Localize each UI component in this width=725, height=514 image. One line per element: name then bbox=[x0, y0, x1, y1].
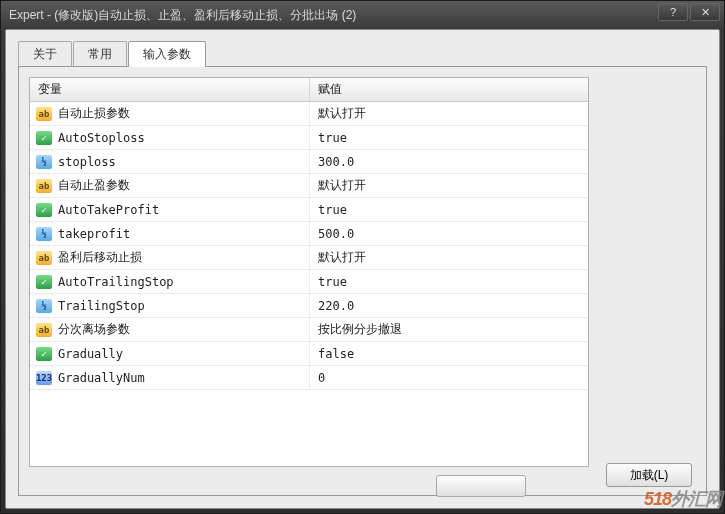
value-cell[interactable]: true bbox=[310, 203, 588, 217]
watermark: 518外汇网 bbox=[644, 487, 722, 511]
tab-strip: 关于 常用 输入参数 bbox=[18, 42, 707, 66]
variable-cell[interactable]: ½TrailingStop bbox=[30, 294, 310, 317]
tab-inputs[interactable]: 输入参数 bbox=[128, 41, 206, 67]
number-type-icon: ½ bbox=[36, 299, 52, 313]
grid-header-value[interactable]: 赋值 bbox=[310, 78, 588, 101]
value-cell[interactable]: 500.0 bbox=[310, 227, 588, 241]
variable-name: 自动止盈参数 bbox=[58, 177, 130, 194]
value-cell[interactable]: 220.0 bbox=[310, 299, 588, 313]
table-row[interactable]: ✓AutoStoplosstrue bbox=[30, 126, 588, 150]
variable-cell[interactable]: ½stoploss bbox=[30, 150, 310, 173]
variable-name: stoploss bbox=[58, 155, 116, 169]
dialog-button[interactable] bbox=[436, 475, 526, 497]
variable-name: AutoTakeProfit bbox=[58, 203, 159, 217]
value-cell[interactable]: true bbox=[310, 131, 588, 145]
number-type-icon: ½ bbox=[36, 227, 52, 241]
table-row[interactable]: ab盈利后移动止损默认打开 bbox=[30, 246, 588, 270]
variable-name: 分次离场参数 bbox=[58, 321, 130, 338]
int-type-icon: 123 bbox=[36, 371, 52, 385]
value-cell[interactable]: 0 bbox=[310, 371, 588, 385]
variable-name: takeprofit bbox=[58, 227, 130, 241]
watermark-prefix: 518 bbox=[644, 489, 671, 509]
window-title: Expert - (修改版)自动止损、止盈、盈利后移动止损、分批出场 (2) bbox=[9, 7, 716, 24]
variable-cell[interactable]: ✓AutoStoploss bbox=[30, 126, 310, 149]
string-type-icon: ab bbox=[36, 251, 52, 265]
table-row[interactable]: ½TrailingStop220.0 bbox=[30, 294, 588, 318]
value-cell[interactable]: 300.0 bbox=[310, 155, 588, 169]
table-row[interactable]: ab自动止损参数默认打开 bbox=[30, 102, 588, 126]
table-row[interactable]: ab自动止盈参数默认打开 bbox=[30, 174, 588, 198]
parameters-grid[interactable]: 变量 赋值 ab自动止损参数默认打开✓AutoStoplosstrue½stop… bbox=[29, 77, 589, 467]
value-cell[interactable]: 默认打开 bbox=[310, 105, 588, 122]
dialog-window: Expert - (修改版)自动止损、止盈、盈利后移动止损、分批出场 (2) ?… bbox=[0, 0, 725, 514]
table-row[interactable]: ✓AutoTrailingStoptrue bbox=[30, 270, 588, 294]
number-type-icon: ½ bbox=[36, 155, 52, 169]
variable-name: GraduallyNum bbox=[58, 371, 145, 385]
variable-cell[interactable]: ab自动止损参数 bbox=[30, 102, 310, 125]
table-row[interactable]: ✓Graduallyfalse bbox=[30, 342, 588, 366]
variable-name: Gradually bbox=[58, 347, 123, 361]
watermark-suffix: 外汇网 bbox=[671, 489, 722, 509]
tab-about[interactable]: 关于 bbox=[18, 41, 72, 67]
variable-cell[interactable]: ✓Gradually bbox=[30, 342, 310, 365]
variable-cell[interactable]: ✓AutoTrailingStop bbox=[30, 270, 310, 293]
value-cell[interactable]: false bbox=[310, 347, 588, 361]
bool-type-icon: ✓ bbox=[36, 275, 52, 289]
table-row[interactable]: ab分次离场参数按比例分步撤退 bbox=[30, 318, 588, 342]
table-row[interactable]: ½stoploss300.0 bbox=[30, 150, 588, 174]
bool-type-icon: ✓ bbox=[36, 131, 52, 145]
variable-cell[interactable]: 123GraduallyNum bbox=[30, 366, 310, 389]
value-cell[interactable]: 按比例分步撤退 bbox=[310, 321, 588, 338]
grid-body: ab自动止损参数默认打开✓AutoStoplosstrue½stoploss30… bbox=[30, 102, 588, 390]
table-row[interactable]: ½takeprofit500.0 bbox=[30, 222, 588, 246]
string-type-icon: ab bbox=[36, 107, 52, 121]
variable-cell[interactable]: ½takeprofit bbox=[30, 222, 310, 245]
close-button[interactable]: ✕ bbox=[690, 3, 720, 21]
variable-name: AutoTrailingStop bbox=[58, 275, 174, 289]
load-button[interactable]: 加载(L) bbox=[606, 463, 692, 487]
titlebar[interactable]: Expert - (修改版)自动止损、止盈、盈利后移动止损、分批出场 (2) ?… bbox=[1, 1, 724, 29]
variable-name: TrailingStop bbox=[58, 299, 145, 313]
variable-name: 自动止损参数 bbox=[58, 105, 130, 122]
value-cell[interactable]: 默认打开 bbox=[310, 249, 588, 266]
grid-header: 变量 赋值 bbox=[30, 78, 588, 102]
string-type-icon: ab bbox=[36, 323, 52, 337]
tab-panel: 变量 赋值 ab自动止损参数默认打开✓AutoStoplosstrue½stop… bbox=[18, 66, 707, 496]
variable-cell[interactable]: ab自动止盈参数 bbox=[30, 174, 310, 197]
variable-name: AutoStoploss bbox=[58, 131, 145, 145]
variable-cell[interactable]: ab分次离场参数 bbox=[30, 318, 310, 341]
variable-cell[interactable]: ab盈利后移动止损 bbox=[30, 246, 310, 269]
bool-type-icon: ✓ bbox=[36, 347, 52, 361]
grid-header-variable[interactable]: 变量 bbox=[30, 78, 310, 101]
variable-cell[interactable]: ✓AutoTakeProfit bbox=[30, 198, 310, 221]
bool-type-icon: ✓ bbox=[36, 203, 52, 217]
window-controls: ? ✕ bbox=[658, 3, 720, 21]
tab-common[interactable]: 常用 bbox=[73, 41, 127, 67]
value-cell[interactable]: true bbox=[310, 275, 588, 289]
variable-name: 盈利后移动止损 bbox=[58, 249, 142, 266]
help-button[interactable]: ? bbox=[658, 3, 688, 21]
string-type-icon: ab bbox=[36, 179, 52, 193]
value-cell[interactable]: 默认打开 bbox=[310, 177, 588, 194]
table-row[interactable]: 123GraduallyNum0 bbox=[30, 366, 588, 390]
table-row[interactable]: ✓AutoTakeProfittrue bbox=[30, 198, 588, 222]
client-area: 关于 常用 输入参数 变量 赋值 ab自动止损参数默认打开✓AutoStoplo… bbox=[5, 29, 720, 509]
